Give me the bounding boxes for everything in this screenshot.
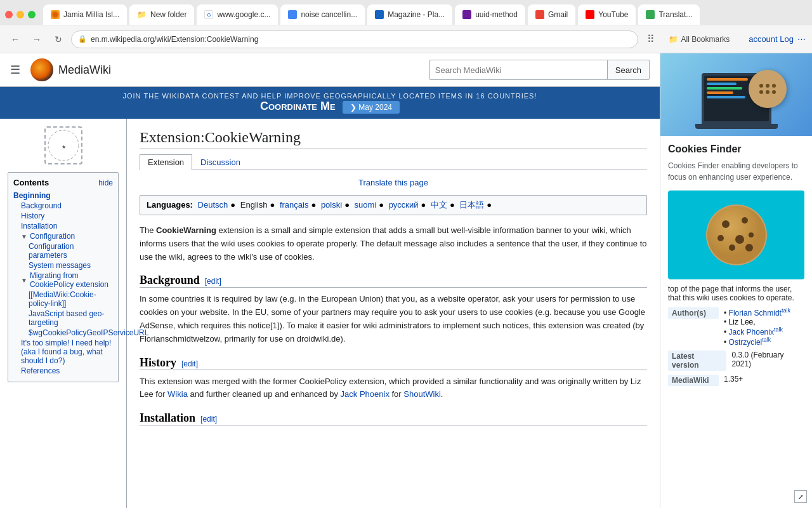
florian-link[interactable]: Florian Schmidt — [729, 309, 782, 318]
forward-btn[interactable]: → — [28, 30, 46, 48]
refresh-btn[interactable]: ↻ — [49, 30, 67, 48]
wiki-search-input[interactable] — [429, 60, 607, 80]
lang-english[interactable]: English — [240, 200, 268, 210]
lang-deutsch[interactable]: Deutsch — [198, 200, 228, 210]
cookie-dot-4 — [759, 90, 763, 94]
authors-label: Author(s) — [668, 307, 719, 319]
close-window-btn[interactable] — [5, 11, 13, 18]
browser-tab-1[interactable]: 📁 New folder — [129, 4, 194, 25]
toc-link-config-params[interactable]: Configuration parameters — [29, 242, 74, 260]
lang-suomi[interactable]: suomi — [355, 200, 377, 210]
toc-item-references[interactable]: References — [13, 366, 113, 375]
lang-japanese[interactable]: 日本語 — [459, 200, 484, 210]
extension-popup: Cookies Finder Cookies Finder enabling d… — [660, 53, 812, 508]
tab-discussion[interactable]: Discussion — [192, 154, 249, 170]
browser-tab-4[interactable]: Magazine - Pla... — [367, 4, 452, 25]
sidebar-logo: ★ — [44, 126, 82, 164]
browser-tab-youtube[interactable]: YouTube — [578, 4, 636, 25]
florian-talk[interactable]: talk — [782, 307, 790, 314]
shoutwiki-link[interactable]: ShoutWiki — [403, 389, 441, 399]
tab-bar: Jamia Millia Isl... 📁 New folder G www.g… — [0, 0, 812, 25]
svg-point-5 — [742, 217, 748, 224]
cookie-dot-5 — [766, 90, 769, 94]
lang-russian[interactable]: русский — [389, 200, 419, 210]
cookie-dot-1 — [759, 84, 763, 88]
toc-item-history[interactable]: History — [13, 211, 113, 220]
toc-toggle-migrating[interactable]: ▼ — [21, 277, 27, 284]
lang-francais[interactable]: français — [280, 200, 309, 210]
toc-item-cookie-policy[interactable]: [[MediaWiki:Cookie-policy-link]] — [13, 290, 113, 308]
toc-item-help[interactable]: It's too simple! I need help! (aka I fou… — [13, 338, 113, 365]
browser-tab-5[interactable]: uuid-method — [455, 4, 525, 25]
ostrzyciel-link[interactable]: Ostrzyciel — [729, 338, 763, 347]
browser-tab-translate[interactable]: Translat... — [638, 4, 700, 25]
latest-version-label: Latest version — [668, 351, 726, 371]
toc-link-references[interactable]: References — [21, 366, 60, 375]
toc-link-background[interactable]: Background — [21, 201, 62, 210]
author-lizlee: Liz Lee, — [724, 318, 790, 326]
maximize-window-btn[interactable] — [28, 11, 36, 18]
expand-icon[interactable]: ⤢ — [794, 490, 807, 503]
wiki-logo[interactable]: MediaWiki — [30, 58, 111, 81]
browser-tab-3[interactable]: noise cancellin... — [280, 4, 365, 25]
tab-favicon-2: G — [204, 10, 213, 19]
browser-tab-6[interactable]: Gmail — [528, 4, 575, 25]
toc-link-configuration[interactable]: Configuration — [30, 232, 75, 241]
toc-link-help[interactable]: It's too simple! I need help! (aka I fou… — [21, 338, 111, 365]
popup-laptop-base — [695, 124, 778, 129]
toc-link-system-messages[interactable]: System messages — [29, 261, 91, 270]
section-heading-installation: Installation edit — [140, 411, 647, 425]
translate-link[interactable]: Translate this page — [358, 178, 428, 187]
wiki-search-btn[interactable]: Search — [607, 60, 650, 80]
toc-item-configuration[interactable]: ▼ Configuration — [13, 232, 113, 241]
table-of-contents: Contents hide Beginning Background Histo… — [8, 172, 119, 382]
tab-label-0: Jamia Millia Isl... — [63, 10, 119, 19]
edit-background-btn[interactable]: edit — [205, 277, 221, 286]
ostrzyciel-talk[interactable]: talk — [762, 337, 771, 343]
toc-link-cookie-policy[interactable]: [[MediaWiki:Cookie-policy-link]] — [29, 290, 96, 308]
lang-polski[interactable]: polski — [321, 200, 342, 210]
svg-point-6 — [717, 235, 724, 241]
account-area[interactable]: account Log ⋯ — [749, 34, 806, 44]
tab-favicon-6 — [535, 10, 544, 19]
browser-tab-2[interactable]: G www.google.c... — [197, 4, 278, 25]
edit-history-btn[interactable]: edit — [181, 359, 198, 368]
toc-item-migrating[interactable]: ▼ Migrating from CookiePolicy extension — [13, 271, 113, 289]
browser-tab-0[interactable]: Jamia Millia Isl... — [43, 4, 127, 25]
toc-item-system-messages[interactable]: System messages — [13, 261, 113, 270]
account-label: account Log — [749, 34, 794, 44]
edit-installation-btn[interactable]: edit — [200, 415, 217, 424]
jackphoenix-link[interactable]: Jack Phoenix — [729, 328, 774, 337]
address-bar[interactable]: 🔒 en.m.wikipedia.org/wiki/Extension:Cook… — [71, 30, 638, 48]
banner-button[interactable]: ❯ May 2024 — [343, 101, 400, 114]
toc-link-history[interactable]: History — [21, 211, 44, 220]
lang-chinese[interactable]: 中文 — [431, 200, 447, 210]
toc-hide-btn[interactable]: hide — [98, 178, 113, 187]
wiki-body: ★ Contents hide Beginning Bac — [0, 119, 660, 508]
toc-item-installation[interactable]: Installation — [13, 222, 113, 231]
wikia-link[interactable]: Wikia — [167, 389, 188, 399]
svg-text:★: ★ — [61, 144, 65, 150]
toc-item-geo-targeting[interactable]: JavaScript based geo-targeting — [13, 309, 113, 327]
toc-item-config-params[interactable]: Configuration parameters — [13, 242, 113, 260]
menu-toggle-btn[interactable]: ☰ — [10, 63, 20, 77]
toc-link-beginning[interactable]: Beginning — [13, 191, 51, 200]
toc-item-beginning[interactable]: Beginning — [13, 191, 113, 200]
toc-link-migrating[interactable]: Migrating from CookiePolicy extension — [30, 271, 113, 289]
minimize-window-btn[interactable] — [16, 11, 24, 18]
toc-link-installation[interactable]: Installation — [21, 222, 57, 231]
toc-item-geo-ip[interactable]: $wgCookiePolicyGeoIPServiceURL — [13, 328, 113, 337]
jackphoenix-talk[interactable]: talk — [774, 326, 783, 333]
jack-phoenix-link[interactable]: Jack Phoenix — [341, 389, 390, 399]
address-text: en.m.wikipedia.org/wiki/Extension:Cookie… — [91, 35, 258, 44]
all-bookmarks-btn[interactable]: 📁 All Bookmarks — [664, 34, 735, 45]
toc-link-geo-targeting[interactable]: JavaScript based geo-targeting — [29, 309, 104, 327]
tab-extension[interactable]: Extension — [140, 154, 192, 170]
extensions-btn[interactable]: ⠿ — [642, 30, 660, 48]
toc-item-background[interactable]: Background — [13, 201, 113, 210]
more-options-icon[interactable]: ⋯ — [797, 34, 806, 44]
tab-favicon-4 — [375, 10, 384, 19]
back-btn[interactable]: ← — [6, 30, 24, 48]
toc-toggle-config[interactable]: ▼ — [21, 233, 27, 240]
tab-label-translate: Translat... — [658, 10, 692, 19]
